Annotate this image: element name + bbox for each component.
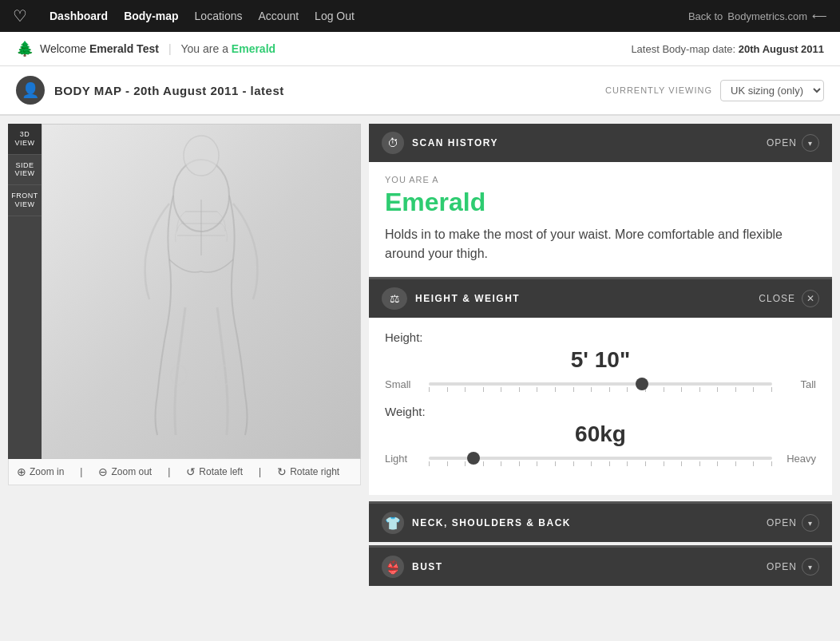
neck-shoulders-section: 👕 NECK, SHOULDERS & BACK OPEN ▾ — [369, 501, 832, 542]
height-thumb[interactable] — [636, 378, 648, 390]
sizing-select[interactable]: UK sizing (only) US sizing EU sizing — [720, 80, 824, 101]
tick — [609, 461, 610, 466]
scan-history-chevron[interactable]: ▾ — [802, 134, 819, 152]
viewer-controls-bar: ⊕ Zoom in | ⊖ Zoom out | ↺ Rotate left |… — [8, 459, 361, 485]
zoom-in-button[interactable]: ⊕ Zoom in — [17, 465, 64, 478]
neck-shoulders-open-label: OPEN — [767, 517, 797, 528]
right-panel: ⏱ SCAN HISTORY OPEN ▾ YOU ARE A Emerald … — [369, 124, 832, 586]
hw-header: ⚖ HEIGHT & WEIGHT CLOSE ✕ — [369, 279, 832, 318]
main-content: 3D VIEW SIDE VIEW FRONT VIEW — [0, 116, 840, 594]
back-site-link[interactable]: Bodymetrics.com — [727, 10, 807, 22]
bust-chevron[interactable]: ▾ — [802, 558, 819, 576]
tick — [771, 387, 772, 392]
svg-point-6 — [171, 366, 187, 385]
welcome-prefix: Welcome — [40, 42, 86, 55]
weight-max-label: Heavy — [780, 453, 816, 465]
tick — [555, 387, 556, 392]
viewer-panel: 3D VIEW SIDE VIEW FRONT VIEW — [8, 124, 361, 459]
welcome-username: Emerald Test — [89, 42, 159, 55]
nav-dashboard[interactable]: Dashboard — [50, 10, 108, 22]
you-are-label: YOU ARE A — [385, 175, 816, 184]
divider: | — [168, 42, 172, 55]
avatar-icon: 👤 — [16, 76, 45, 105]
tick — [519, 387, 520, 392]
nav-logout[interactable]: Log Out — [315, 10, 355, 22]
hw-close-button[interactable]: ✕ — [802, 290, 819, 307]
height-slider-row: Small — [385, 376, 816, 392]
height-max-label: Tall — [780, 378, 816, 390]
tick — [429, 461, 430, 466]
neck-shoulders-chevron[interactable]: ▾ — [802, 514, 819, 532]
bust-title: BUST — [412, 561, 443, 572]
rotate-right-button[interactable]: ↻ Rotate right — [277, 465, 339, 478]
nav-locations[interactable]: Locations — [195, 10, 243, 22]
zoom-out-label: Zoom out — [111, 466, 152, 477]
hw-content: Height: 5' 10" Small — [369, 318, 832, 495]
weight-thumb[interactable] — [467, 452, 480, 465]
weight-slider[interactable] — [429, 450, 772, 466]
scan-history-title: SCAN HISTORY — [412, 137, 498, 148]
weight-min-label: Light — [385, 453, 421, 465]
tick — [573, 461, 574, 466]
weight-value-row: 60kg — [385, 421, 816, 450]
navbar: ♡ Dashboard Body-map Locations Account L… — [0, 0, 840, 32]
height-slider[interactable] — [429, 376, 772, 392]
neck-shoulders-header[interactable]: 👕 NECK, SHOULDERS & BACK OPEN ▾ — [369, 504, 832, 542]
nav-account[interactable]: Account — [259, 10, 299, 22]
bust-header[interactable]: 👙 BUST OPEN ▾ — [369, 548, 832, 586]
welcome-level: Emerald — [232, 42, 275, 55]
view-3d-button[interactable]: 3D VIEW — [8, 124, 42, 155]
tick — [429, 387, 430, 392]
welcome-bar: 🌲 Welcome Emerald Test | You are a Emera… — [0, 32, 840, 66]
tick — [483, 387, 484, 392]
height-track — [429, 382, 772, 386]
welcome-text: Welcome Emerald Test — [40, 42, 159, 55]
emerald-description: Holds in to make the most of your waist.… — [385, 225, 816, 263]
nav-bodymap[interactable]: Body-map — [124, 10, 178, 22]
back-to-site: Back to Bodymetrics.com ⟵ — [688, 10, 827, 22]
view-front-button[interactable]: FRONT VIEW — [8, 185, 42, 216]
view-side-button[interactable]: SIDE VIEW — [8, 155, 42, 186]
tick — [447, 387, 448, 392]
tick — [465, 387, 466, 392]
weight-track — [429, 457, 772, 460]
rotate-left-button[interactable]: ↺ Rotate left — [186, 465, 243, 478]
height-value: 5' 10" — [385, 347, 816, 373]
you-are-text: You are a Emerald — [181, 42, 276, 55]
body-viewer — [42, 124, 361, 459]
tick — [591, 461, 592, 466]
tick — [645, 461, 646, 466]
tick — [664, 387, 664, 392]
neck-shoulders-icon: 👕 — [382, 512, 404, 534]
tick — [735, 461, 736, 466]
tick — [591, 387, 592, 392]
currently-viewing: CURRENTLY VIEWING UK sizing (only) US si… — [605, 80, 824, 101]
neck-shoulders-action: OPEN ▾ — [767, 514, 819, 532]
weight-ticks — [429, 461, 772, 466]
separator2: | — [168, 466, 170, 477]
bust-section: 👙 BUST OPEN ▾ — [369, 545, 832, 586]
zoom-in-icon: ⊕ — [17, 465, 26, 478]
currently-viewing-label: CURRENTLY VIEWING — [605, 85, 712, 95]
hw-close-action[interactable]: CLOSE ✕ — [759, 290, 819, 307]
latest-date: Latest Body-map date: 20th August 2011 — [631, 43, 824, 55]
bust-action: OPEN ▾ — [767, 558, 819, 576]
logo-icon: ♡ — [13, 6, 27, 26]
tick — [699, 387, 700, 392]
hw-close-label: CLOSE — [759, 293, 795, 304]
rotate-left-icon: ↺ — [186, 465, 196, 478]
latest-date-value: 20th August 2011 — [739, 43, 824, 55]
weight-value: 60kg — [575, 421, 626, 447]
tick — [717, 387, 718, 392]
back-arrow-icon: ⟵ — [812, 10, 827, 22]
tick — [664, 461, 664, 466]
zoom-out-button[interactable]: ⊖ Zoom out — [98, 465, 152, 478]
rotate-right-icon: ↻ — [277, 465, 287, 478]
tree-icon: 🌲 — [16, 40, 34, 57]
hw-title: HEIGHT & WEIGHT — [415, 293, 520, 304]
bust-icon: 👙 — [382, 556, 404, 578]
back-label: Back to — [688, 10, 723, 22]
weight-label: Weight: — [385, 405, 816, 418]
tick — [699, 461, 700, 466]
scan-history-header[interactable]: ⏱ SCAN HISTORY OPEN ▾ — [369, 124, 832, 162]
